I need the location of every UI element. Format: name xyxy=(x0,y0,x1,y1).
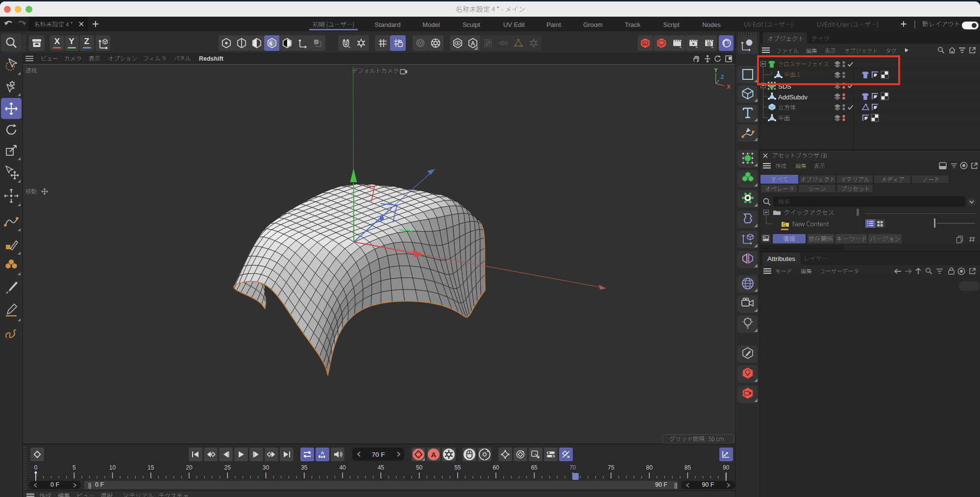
svg-text:A: A xyxy=(321,450,324,455)
svg-text:A: A xyxy=(431,450,437,459)
